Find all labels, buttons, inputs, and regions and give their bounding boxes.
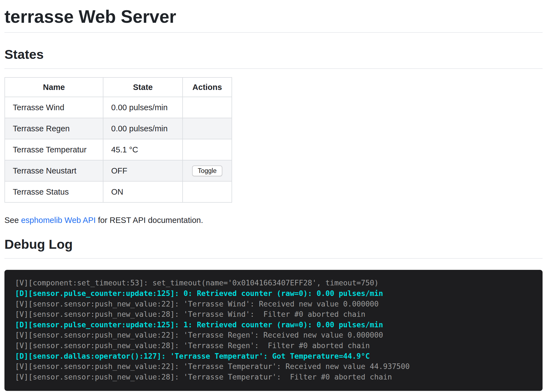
column-header-actions: Actions (183, 77, 232, 97)
log-line: [D][sensor.pulse_counter:update:125]: 1:… (15, 320, 537, 330)
log-line: [V][component:set_timeout:53]: set_timeo… (15, 278, 537, 288)
table-row: Terrasse Neustart OFF Toggle (5, 160, 232, 181)
entity-name-cell: Terrasse Neustart (5, 160, 103, 181)
entity-actions-cell: Toggle (183, 160, 232, 181)
table-row: Terrasse Regen 0.00 pulses/min (5, 118, 232, 139)
states-table: Name State Actions Terrasse Wind 0.00 pu… (4, 77, 232, 203)
entity-actions-cell (183, 139, 232, 160)
entity-name-cell: Terrasse Wind (5, 97, 103, 118)
api-note-suffix: for REST API documentation. (96, 216, 203, 225)
entity-state-cell: 0.00 pulses/min (103, 118, 183, 139)
table-row: Terrasse Temperatur 45.1 °C (5, 139, 232, 160)
log-line: [V][sensor.sensor:push_new_value:28]: 'T… (15, 309, 537, 320)
column-header-state: State (103, 77, 183, 97)
entity-actions-cell (183, 181, 232, 202)
log-line: [V][sensor.sensor:push_new_value:22]: 'T… (15, 299, 537, 309)
table-row: Terrasse Wind 0.00 pulses/min (5, 97, 232, 118)
entity-name-cell: Terrasse Temperatur (5, 139, 103, 160)
log-line: [D][sensor.dallas:operator():127]: 'Terr… (15, 351, 537, 361)
debug-log-heading: Debug Log (4, 225, 543, 259)
page-title: terrasse Web Server (4, 0, 543, 33)
column-header-name: Name (5, 77, 103, 97)
entity-actions-cell (183, 118, 232, 139)
entity-state-cell: 0.00 pulses/min (103, 97, 183, 118)
page: terrasse Web Server States Name State Ac… (0, 0, 547, 392)
api-note-prefix: See (4, 216, 21, 225)
log-line: [V][sensor.sensor:push_new_value:22]: 'T… (15, 361, 537, 372)
entity-state-cell: 45.1 °C (103, 139, 183, 160)
table-header-row: Name State Actions (5, 77, 232, 97)
table-row: Terrasse Status ON (5, 181, 232, 202)
entity-state-cell: ON (103, 181, 183, 202)
log-line: [V][sensor.sensor:push_new_value:28]: 'T… (15, 372, 537, 382)
debug-log-panel: [V][component:set_timeout:53]: set_timeo… (4, 270, 543, 391)
entity-name-cell: Terrasse Status (5, 181, 103, 202)
entity-state-cell: OFF (103, 160, 183, 181)
log-line: [D][sensor.pulse_counter:update:125]: 0:… (15, 288, 537, 299)
api-note: See esphomelib Web API for REST API docu… (4, 215, 543, 225)
toggle-button[interactable]: Toggle (192, 165, 223, 176)
states-heading: States (4, 33, 543, 69)
log-line: [V][sensor.sensor:push_new_value:22]: 'T… (15, 330, 537, 340)
log-line: [V][sensor.sensor:push_new_value:28]: 'T… (15, 340, 537, 351)
entity-name-cell: Terrasse Regen (5, 118, 103, 139)
esphomelib-web-api-link[interactable]: esphomelib Web API (21, 216, 96, 225)
entity-actions-cell (183, 97, 232, 118)
